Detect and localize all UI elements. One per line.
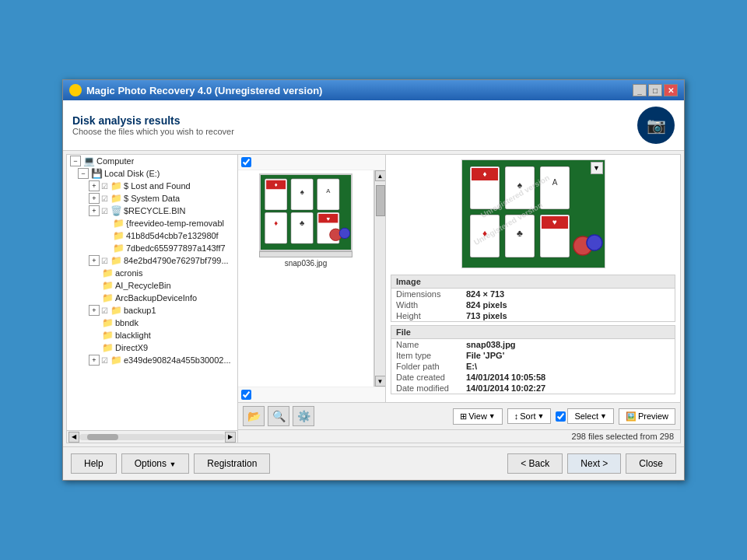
hscroll-thumb[interactable] (87, 434, 118, 440)
maximize-button[interactable]: □ (648, 84, 662, 96)
file-grid-vscroll[interactable]: ▲ ▼ (374, 170, 385, 387)
tree-scroll[interactable]: − 💻 Computer − 💾 Local Disk (E:) + ☑ 📁 (67, 155, 237, 430)
folder-value: E:\ (466, 362, 477, 371)
recyclebin-icon: 🗑️ (110, 205, 122, 216)
tree-item-bbndk[interactable]: 📁 bbndk (67, 317, 237, 329)
hscroll-track[interactable] (79, 434, 225, 440)
select-all-checkbox[interactable] (241, 157, 251, 167)
registration-button[interactable]: Registration (194, 453, 270, 474)
localdisk-icon: 💾 (90, 168, 103, 179)
tree-item-computer[interactable]: − 💻 Computer (67, 155, 237, 167)
tree-label-lostandfound: $ Lost and Found (124, 181, 191, 191)
checkbox-84e2bd[interactable]: ☑ (101, 257, 108, 265)
checkbox-systemdata[interactable]: ☑ (101, 194, 108, 203)
file-footer-checkbox[interactable] (241, 390, 251, 400)
svg-text:♠: ♠ (517, 180, 522, 191)
tree-item-41b8d5[interactable]: 📁 41b8d5d4cbb7e132980f (67, 229, 237, 242)
tree-expand-systemdata[interactable]: + (89, 193, 100, 204)
tree-expand-backup1[interactable]: + (89, 305, 100, 316)
tree-item-recyclebin[interactable]: + ☑ 🗑️ $RECYCLE.BIN (67, 205, 237, 217)
tree-hscrollbar[interactable]: ◀ ▶ (67, 430, 237, 443)
tree-expand-directx9 (89, 342, 100, 353)
tree-item-freevideo[interactable]: 📁 {freevideo-temp-removabl (67, 217, 237, 229)
info-row-height: Height 713 pixels (391, 310, 675, 321)
minimize-button[interactable]: _ (633, 84, 647, 96)
svg-text:A: A (552, 178, 557, 187)
7dbedc-icon: 📁 (112, 243, 124, 254)
tree-item-backup1[interactable]: + ☑ 📁 backup1 (67, 304, 237, 317)
checkbox-backup1[interactable]: ☑ (101, 306, 108, 315)
sort-dropdown-button[interactable]: ↕ Sort ▼ (507, 408, 552, 424)
back-button[interactable]: < Back (507, 453, 563, 474)
vscroll-thumb[interactable] (376, 185, 385, 216)
window-controls: _ □ ✕ (633, 84, 678, 96)
tree-expand-lostandfound[interactable]: + (89, 180, 100, 191)
file-checkbox-wrapper (259, 170, 269, 172)
tree-label-backup1: backup1 (124, 306, 156, 315)
select-dropdown-button[interactable]: Select ▼ (567, 408, 614, 424)
file-thumbnail-snap036[interactable]: ♦ ♦ ♠ ♣ A (259, 173, 352, 251)
close-button[interactable]: Close (626, 453, 676, 474)
tree-item-7dbedc[interactable]: 📁 7dbedc655977897a143ff7 (67, 242, 237, 254)
svg-text:♠: ♠ (300, 187, 304, 196)
window-title: Magic Photo Recovery 4.0 (Unregistered v… (86, 85, 322, 96)
svg-rect-8 (291, 212, 314, 243)
view-dropdown-button[interactable]: ⊞ View ▼ (453, 408, 503, 425)
hscroll-left-btn[interactable]: ◀ (68, 432, 79, 443)
checkbox-e349de[interactable]: ☑ (101, 356, 108, 365)
info-row-name: Name snap038.jpg (391, 339, 675, 350)
tree-expand-computer[interactable]: − (70, 156, 81, 166)
tree-item-systemdata[interactable]: + ☑ 📁 $ System Data (67, 192, 237, 205)
checkbox-recyclebin[interactable]: ☑ (101, 207, 108, 215)
svg-rect-27 (540, 166, 570, 209)
tree-expand-localdisk[interactable]: − (78, 168, 89, 179)
modified-label: Date modified (396, 383, 466, 393)
help-button[interactable]: Help (71, 453, 117, 474)
width-label: Width (396, 300, 466, 310)
svg-text:♦: ♦ (482, 228, 486, 239)
tree-item-lostandfound[interactable]: + ☑ 📁 $ Lost and Found (67, 180, 237, 192)
tree-expand-84e2bd[interactable]: + (89, 255, 100, 266)
preview-dropdown-btn[interactable]: ▼ (591, 162, 603, 174)
tree-expand-recyclebin[interactable]: + (89, 205, 100, 216)
title-bar: Magic Photo Recovery 4.0 (Unregistered v… (63, 80, 684, 100)
hscroll-right-btn[interactable]: ▶ (225, 432, 236, 443)
folder-label: Folder path (396, 362, 466, 371)
status-bar: 298 files selected from 298 (238, 429, 680, 443)
preview-button[interactable]: 🖼️ Preview (619, 408, 675, 425)
header-text: Disk analysis results Choose the files w… (72, 114, 234, 136)
tree-item-84e2bd[interactable]: + ☑ 📁 84e2bd4790e76297bf799... (67, 254, 237, 267)
file-toolbar: 📂 🔍 ⚙️ ⊞ View ▼ ↕ Sort ▼ (238, 402, 680, 429)
next-button[interactable]: Next > (567, 453, 621, 474)
file-grid[interactable]: ♦ ♦ ♠ ♣ A (238, 170, 374, 387)
info-row-dimensions: Dimensions 824 × 713 (391, 289, 675, 299)
modified-value: 14/01/2014 10:02:27 (466, 383, 545, 393)
tree-item-localdisk[interactable]: − 💾 Local Disk (E:) (67, 167, 237, 180)
file-info-header: File (391, 326, 675, 339)
tree-item-acronis[interactable]: 📁 acronis (67, 267, 237, 279)
options-label: Options (135, 458, 167, 469)
filename-value: snap038.jpg (466, 340, 516, 349)
tree-item-blacklight[interactable]: 📁 blacklight (67, 329, 237, 341)
view-icon: ⊞ (460, 411, 467, 422)
info-row-type: Item type File 'JPG' (391, 350, 675, 361)
options-button[interactable]: Options ▼ (121, 453, 190, 474)
vscroll-up-btn[interactable]: ▲ (375, 170, 386, 181)
vscroll-down-btn[interactable]: ▼ (375, 376, 386, 387)
checkbox-lostandfound[interactable]: ☑ (101, 182, 108, 191)
tree-item-directx9[interactable]: 📁 DirectX9 (67, 341, 237, 354)
tree-label-bbndk: bbndk (115, 318, 139, 327)
settings-button[interactable]: ⚙️ (293, 406, 314, 426)
tree-expand-e349de[interactable]: + (89, 355, 100, 366)
tree-expand-blacklight (89, 330, 100, 341)
close-window-button[interactable]: ✕ (664, 84, 678, 96)
tree-item-airecyclebin[interactable]: 📁 AI_RecycleBin (67, 279, 237, 292)
tree-item-e349de[interactable]: + ☑ 📁 e349de90824a455b30002... (67, 354, 237, 366)
filter-button[interactable]: 🔍 (268, 406, 289, 426)
select-checkbox[interactable] (556, 411, 566, 422)
app-logo: 📷 (637, 107, 675, 144)
vscroll-track[interactable] (376, 181, 385, 376)
file-item-snap036[interactable]: ♦ ♦ ♠ ♣ A (241, 173, 370, 268)
tree-item-arcbackup[interactable]: 📁 ArcBackupDeviceInfo (67, 292, 237, 304)
open-folder-button[interactable]: 📂 (243, 406, 265, 426)
